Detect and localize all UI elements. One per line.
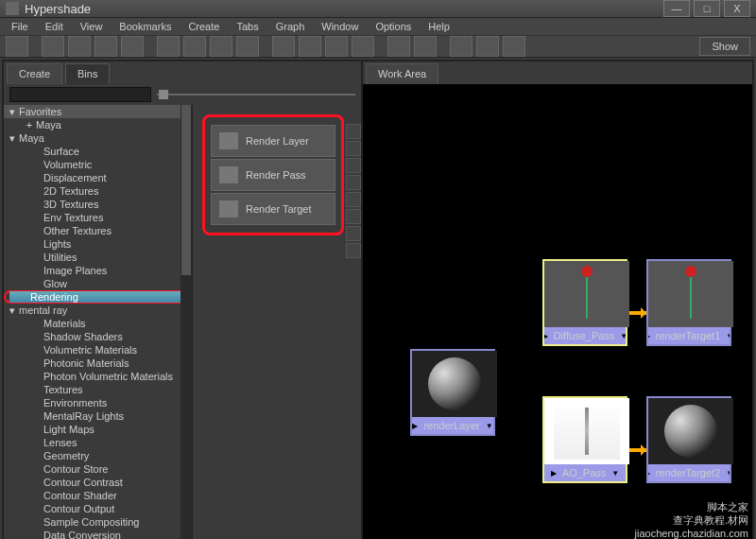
toolbar-icon[interactable]: [94, 36, 117, 57]
tree-item[interactable]: Displacement: [4, 171, 192, 184]
tree-item[interactable]: Lenses: [4, 436, 192, 449]
close-button[interactable]: X: [724, 0, 750, 17]
tree-favorites[interactable]: ▾Favorites: [4, 105, 192, 118]
search-input[interactable]: [9, 87, 151, 102]
tree-item[interactable]: Photon Volumetric Materials: [4, 370, 192, 383]
expand-icon[interactable]: +: [25, 119, 34, 130]
tree-item[interactable]: Sample Compositing: [4, 515, 192, 529]
triangle-icon[interactable]: ▶: [412, 422, 418, 430]
toolbar-icon[interactable]: [299, 36, 321, 57]
side-tool-icon[interactable]: [346, 226, 361, 241]
tree-item[interactable]: Volumetric Materials: [4, 343, 192, 356]
maximize-button[interactable]: □: [694, 0, 720, 17]
triangle-icon[interactable]: ▶: [551, 469, 557, 478]
tree-item[interactable]: Contour Output: [4, 502, 192, 515]
menu-options[interactable]: Options: [368, 18, 419, 35]
render-pass-button[interactable]: Render Pass: [211, 159, 335, 191]
tree-maya-plus[interactable]: +Maya: [4, 118, 192, 131]
tab-work-area[interactable]: Work Area: [366, 63, 438, 84]
tree-item[interactable]: Utilities: [4, 251, 192, 264]
menu-window[interactable]: Window: [314, 18, 366, 35]
toolbar-icon[interactable]: [210, 36, 232, 57]
menu-help[interactable]: Help: [421, 18, 457, 35]
tree-item[interactable]: Textures: [4, 383, 192, 396]
scrollbar[interactable]: [180, 105, 192, 539]
side-tool-icon[interactable]: [346, 192, 361, 207]
side-tool-icon[interactable]: [346, 158, 361, 173]
tree-mentalray[interactable]: ▾mental ray: [4, 304, 192, 317]
tab-bins[interactable]: Bins: [65, 63, 110, 84]
side-tool-icon[interactable]: [346, 124, 361, 139]
menu-tabs[interactable]: Tabs: [229, 18, 266, 35]
toolbar-icon[interactable]: [325, 36, 348, 57]
toolbar-icon[interactable]: [414, 36, 437, 57]
tab-create[interactable]: Create: [7, 63, 62, 84]
toolbar-icon[interactable]: [352, 36, 374, 57]
render-layer-button[interactable]: Render Layer: [211, 125, 335, 157]
tree-item[interactable]: Other Textures: [4, 224, 192, 237]
collapse-icon[interactable]: ▾: [8, 106, 17, 118]
tree-item[interactable]: MentalRay Lights: [4, 409, 192, 423]
menu-create[interactable]: Create: [180, 18, 227, 35]
tree-item[interactable]: Glow: [4, 277, 192, 290]
node-render-target-1[interactable]: ▶renderTarget1▼: [646, 259, 731, 346]
zoom-slider[interactable]: [157, 94, 355, 96]
slider-thumb[interactable]: [159, 90, 168, 99]
toolbar-icon[interactable]: [121, 36, 144, 57]
tree-rendering-selected[interactable]: Rendering: [4, 290, 192, 304]
tree-item[interactable]: Lights: [4, 237, 192, 251]
tree-item[interactable]: Surface: [4, 145, 192, 158]
show-button[interactable]: Show: [699, 37, 750, 56]
menu-graph[interactable]: Graph: [268, 18, 313, 35]
scroll-thumb[interactable]: [181, 105, 191, 275]
toolbar-icon[interactable]: [68, 36, 91, 57]
tree-item[interactable]: 2D Textures: [4, 184, 192, 198]
tree-item[interactable]: Shadow Shaders: [4, 330, 192, 343]
collapse-icon[interactable]: ▾: [8, 304, 17, 317]
menu-file[interactable]: File: [4, 18, 36, 35]
tree-item[interactable]: Image Planes: [4, 264, 192, 277]
triangle-icon[interactable]: ▶: [648, 332, 650, 340]
collapse-icon[interactable]: ▾: [8, 132, 17, 145]
triangle-icon[interactable]: ▼: [620, 332, 626, 340]
triangle-icon[interactable]: ▼: [611, 469, 619, 478]
triangle-icon[interactable]: ▼: [726, 469, 730, 478]
node-render-target-2[interactable]: ▶renderTarget2▼: [646, 396, 731, 483]
toolbar-icon[interactable]: [183, 36, 206, 57]
tree-item[interactable]: Light Maps: [4, 423, 192, 436]
minimize-button[interactable]: —: [663, 0, 690, 17]
node-diffuse-pass[interactable]: ▶Diffuse_Pass▼: [542, 259, 627, 346]
triangle-icon[interactable]: ▶: [648, 469, 650, 478]
toolbar-icon[interactable]: [157, 36, 180, 57]
toolbar-icon[interactable]: [450, 36, 472, 57]
triangle-icon[interactable]: ▶: [544, 332, 548, 340]
node-render-layer[interactable]: ▶renderLayer▼: [410, 349, 495, 436]
node-canvas[interactable]: ▶renderLayer▼ ▶Diffuse_Pass▼ ▶AO_Pass▼ ▶…: [363, 84, 752, 539]
toolbar-icon[interactable]: [236, 36, 259, 57]
triangle-icon[interactable]: ▼: [486, 422, 493, 430]
tree-item[interactable]: Contour Contrast: [4, 476, 192, 489]
side-tool-icon[interactable]: [346, 243, 361, 258]
tree-item[interactable]: Contour Store: [4, 462, 192, 476]
tree-item[interactable]: Geometry: [4, 449, 192, 462]
render-target-button[interactable]: Render Target: [211, 193, 335, 225]
side-tool-icon[interactable]: [346, 209, 361, 224]
toolbar-icon[interactable]: [6, 36, 28, 57]
tree-item[interactable]: 3D Textures: [4, 198, 192, 211]
toolbar-icon[interactable]: [476, 36, 499, 57]
tree-item[interactable]: Environments: [4, 396, 192, 409]
menu-view[interactable]: View: [73, 18, 111, 35]
tree-item[interactable]: Photonic Materials: [4, 356, 192, 370]
toolbar-icon[interactable]: [272, 36, 295, 57]
tree-item[interactable]: Data Conversion: [4, 529, 192, 539]
tree-item[interactable]: Volumetric: [4, 158, 192, 171]
toolbar-icon[interactable]: [42, 36, 64, 57]
toolbar-icon[interactable]: [387, 36, 410, 57]
tree-maya[interactable]: ▾Maya: [4, 131, 192, 145]
side-tool-icon[interactable]: [346, 141, 361, 156]
tree-item[interactable]: Contour Shader: [4, 489, 192, 502]
menu-bookmarks[interactable]: Bookmarks: [112, 18, 179, 35]
side-tool-icon[interactable]: [346, 175, 361, 190]
tree-item[interactable]: Env Textures: [4, 211, 192, 224]
toolbar-icon[interactable]: [503, 36, 525, 57]
